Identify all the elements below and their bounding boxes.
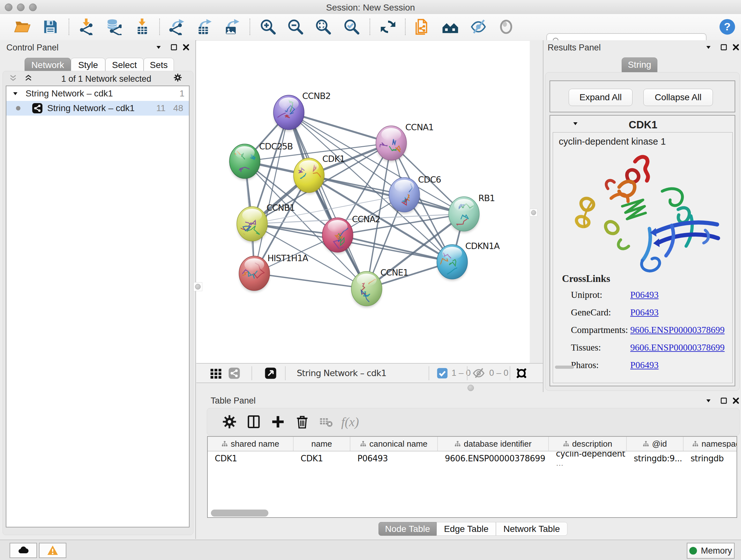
network-list: String Network – cdk1 1 String Network –…: [6, 85, 190, 527]
table-cell[interactable]: stringdb:9...: [627, 451, 684, 465]
node-HIST1H1A[interactable]: HIST1H1A: [233, 253, 309, 292]
crosslinks-scrollbar[interactable]: [555, 366, 574, 369]
delete-column-icon[interactable]: [293, 413, 311, 431]
import-network-from-file-button[interactable]: [77, 17, 96, 36]
apply-layout-button[interactable]: [379, 17, 397, 36]
zoom-fit-button[interactable]: [314, 17, 333, 36]
column-header-database-identifier[interactable]: database identifier: [438, 437, 549, 451]
table-horizontal-scrollbar[interactable]: [211, 509, 268, 516]
import-table-from-file-button[interactable]: [133, 17, 151, 36]
edge-CCNB2-CCNA1[interactable]: [289, 112, 391, 143]
node-CCNE1[interactable]: CCNE1: [351, 267, 408, 307]
crosslink-value-link[interactable]: P06493: [630, 307, 659, 318]
crosslink-row: GeneCard: P06493: [571, 307, 731, 318]
help-button[interactable]: ?: [718, 17, 737, 36]
column-header-namespace[interactable]: namespace: [684, 437, 737, 451]
tab-style[interactable]: Style: [71, 58, 105, 72]
show-columns-icon[interactable]: [245, 413, 263, 431]
help-icon: ?: [719, 18, 736, 35]
tab-network[interactable]: Network: [24, 58, 71, 72]
control-panel-close-icon[interactable]: [181, 42, 192, 53]
table-panel-collapse-icon[interactable]: [703, 395, 714, 406]
tab-string[interactable]: String: [622, 57, 657, 72]
table-cell[interactable]: CDK1: [208, 451, 293, 465]
grid-view-icon[interactable]: [208, 366, 223, 381]
node-CDKN1A[interactable]: CDKN1A: [436, 241, 500, 282]
table-cell[interactable]: CDK1: [293, 451, 350, 465]
export-image-button[interactable]: [222, 17, 240, 36]
node-CCNB2[interactable]: CCNB2: [270, 91, 331, 131]
hide-selected-button[interactable]: [469, 17, 488, 36]
results-panel-collapse-icon[interactable]: [703, 42, 714, 53]
right-splitter-handle[interactable]: [530, 209, 537, 216]
expand-all-button[interactable]: Expand All: [569, 89, 632, 106]
crosslink-value-link[interactable]: 9606.ENSP00000378699: [630, 342, 725, 353]
tab-sets[interactable]: Sets: [144, 58, 174, 72]
save-session-button[interactable]: [41, 17, 60, 36]
add-column-icon[interactable]: [269, 413, 287, 431]
node-CDC6[interactable]: CDC6: [389, 175, 441, 213]
network-row-selected[interactable]: String Network – cdk1 11 48: [6, 101, 189, 116]
table-cell[interactable]: stringdb: [684, 451, 737, 465]
network-options-gear-icon[interactable]: [172, 72, 183, 83]
network-canvas[interactable]: CCNB2 CCNA1 CDC25B CDK1 CDC6: [196, 41, 530, 363]
selected-nodes-checkbox-icon[interactable]: [435, 366, 450, 381]
column-header-shared-name[interactable]: shared name: [208, 437, 293, 451]
open-folder-icon: [14, 18, 30, 35]
table-settings-gear-icon[interactable]: [220, 413, 239, 431]
export-network-button[interactable]: [166, 17, 185, 36]
column-header-description[interactable]: description: [549, 437, 627, 451]
horizontal-splitter-handle[interactable]: [468, 385, 474, 391]
import-network-from-database-button[interactable]: [104, 17, 123, 36]
network-overview-button[interactable]: [441, 17, 460, 36]
results-panel-close-icon[interactable]: [731, 42, 741, 53]
node-RB1[interactable]: RB1: [449, 193, 495, 233]
table-panel-close-icon[interactable]: [731, 395, 741, 406]
table-cell[interactable]: P06493: [350, 451, 438, 465]
string-import-button[interactable]: [413, 17, 431, 36]
detach-view-icon[interactable]: [263, 366, 278, 381]
tab-node-table[interactable]: Node Table: [379, 522, 436, 536]
open-session-button[interactable]: [13, 17, 31, 36]
network-collection-row[interactable]: String Network – cdk1 1: [6, 86, 189, 101]
show-graphics-details-button[interactable]: [497, 17, 515, 36]
table-row[interactable]: CDK1CDK1P064939606.ENSP00000378699cyclin…: [208, 451, 737, 465]
control-panel-float-icon[interactable]: [169, 42, 179, 53]
left-splitter-handle[interactable]: [193, 282, 202, 291]
table-panel-float-icon[interactable]: [718, 395, 729, 406]
expand-all-networks-icon[interactable]: [23, 73, 34, 84]
crosslink-row: Tissues: 9606.ENSP00000378699: [571, 342, 731, 353]
table-cell[interactable]: cyclin-dependent ...: [549, 451, 627, 465]
birdseye-crosshair-icon[interactable]: [514, 366, 529, 381]
column-header-name[interactable]: name: [293, 437, 350, 451]
cloud-status-button[interactable]: [10, 543, 37, 558]
node-label-RB1: RB1: [478, 193, 495, 203]
collapse-all-button[interactable]: Collapse All: [643, 89, 713, 106]
column-header-canonical-name[interactable]: canonical name: [350, 437, 438, 451]
hidden-items-eye-icon[interactable]: [471, 366, 486, 381]
export-table-button[interactable]: [194, 17, 212, 36]
crosslink-value-link[interactable]: 9606.ENSP00000378699: [630, 325, 725, 335]
node-CCNA2[interactable]: CCNA2: [322, 214, 381, 253]
zoom-selected-button[interactable]: [342, 17, 361, 36]
zoom-out-button[interactable]: [286, 17, 305, 36]
crosslink-value-link[interactable]: P06493: [630, 290, 659, 300]
warnings-button[interactable]: [39, 543, 66, 558]
string-view-icon[interactable]: [227, 366, 242, 381]
edge-HIST1H1A-CCNE1[interactable]: [254, 273, 367, 289]
tab-edge-table[interactable]: Edge Table: [436, 522, 496, 536]
column-header--id[interactable]: @id: [627, 437, 684, 451]
tab-select[interactable]: Select: [105, 58, 144, 72]
memory-label: Memory: [701, 546, 732, 556]
refresh-icon: [380, 18, 396, 35]
collapse-all-networks-icon[interactable]: [8, 73, 18, 84]
crosslink-value-link[interactable]: P06493: [630, 360, 659, 370]
table-cell[interactable]: 9606.ENSP00000378699: [438, 451, 549, 465]
tab-network-table[interactable]: Network Table: [496, 522, 567, 536]
collection-expand-icon[interactable]: [11, 89, 20, 98]
control-panel-collapse-icon[interactable]: [153, 42, 164, 53]
results-panel-float-icon[interactable]: [718, 42, 729, 53]
node-table[interactable]: shared namenamecanonical namedatabase id…: [207, 436, 737, 518]
memory-button[interactable]: Memory: [687, 543, 735, 559]
zoom-in-button[interactable]: [259, 17, 277, 36]
